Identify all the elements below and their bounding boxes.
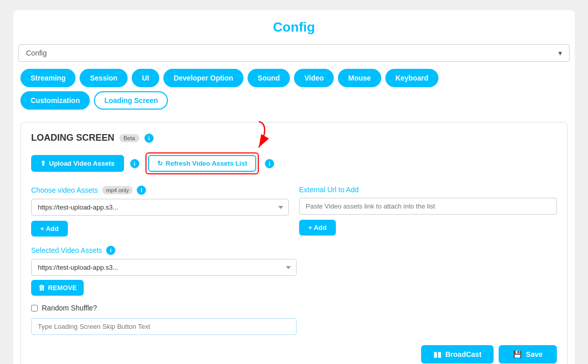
tab-sound[interactable]: Sound (248, 69, 290, 87)
info-icon-upload[interactable]: i (130, 159, 139, 168)
tab-keyboard[interactable]: Keyboard (385, 69, 439, 87)
random-shuffle-label: Random Shuffle? (42, 304, 97, 312)
refresh-highlight: ↻ Refresh Video Assets List (145, 152, 259, 174)
beta-badge: Beta (119, 134, 139, 142)
add-asset-button[interactable]: + Add (31, 221, 68, 237)
config-dropdown[interactable]: Config ▾ (18, 44, 570, 62)
refresh-icon: ↻ (157, 160, 163, 167)
tab-loading-screen[interactable]: Loading Screen (94, 91, 168, 110)
selected-assets-select[interactable]: https://test-upload-app.s3... (31, 259, 297, 276)
broadcast-icon: ▮▮ (433, 350, 442, 358)
add-external-url-button[interactable]: + Add (299, 220, 336, 236)
info-icon-header[interactable]: i (144, 134, 154, 143)
random-shuffle-row: Random Shuffle? (31, 304, 557, 312)
info-icon-refresh[interactable]: i (265, 159, 274, 168)
section-header: LOADING SCREEN Beta i (31, 133, 557, 143)
tab-streaming[interactable]: Streaming (20, 69, 76, 87)
tab-video[interactable]: Video (294, 69, 334, 87)
bottom-actions: ▮▮ BroadCast 💾 Save (31, 345, 557, 363)
upload-icon: ⬆ (40, 160, 46, 167)
tab-ui[interactable]: UI (132, 69, 159, 87)
tab-session[interactable]: Session (80, 69, 128, 87)
refresh-video-assets-button[interactable]: ↻ Refresh Video Assets List (148, 155, 257, 172)
broadcast-button[interactable]: ▮▮ BroadCast (421, 345, 494, 363)
remove-button[interactable]: 🗑 REMOVE (31, 280, 84, 296)
save-icon: 💾 (513, 350, 522, 358)
save-button[interactable]: 💾 Save (499, 345, 557, 363)
tabs-row-2: Customization Loading Screen (13, 87, 575, 117)
choose-assets-select[interactable]: https://test-upload-app.s3... (31, 199, 289, 216)
trash-icon: 🗑 (38, 284, 45, 292)
main-panel: LOADING SCREEN Beta i ⬆ Upload Video Ass… (20, 122, 568, 364)
tab-mouse[interactable]: Mouse (338, 69, 381, 87)
config-dropdown-label: Config (26, 49, 46, 57)
choose-assets-label: Choose video Assets mp4 only i (31, 186, 289, 195)
choose-assets-section: Choose video Assets mp4 only i https://t… (31, 186, 289, 237)
external-url-section: External Url to Add + Add (299, 186, 557, 237)
external-url-input[interactable] (299, 198, 557, 215)
info-icon-assets[interactable]: i (137, 186, 146, 195)
two-col-section: Choose video Assets mp4 only i https://t… (31, 186, 557, 237)
tab-developer-option[interactable]: Developer Option (163, 69, 243, 87)
selected-assets-section: Selected Video Assets i https://test-upl… (31, 246, 557, 296)
upload-video-assets-button[interactable]: ⬆ Upload Video Assets (31, 155, 124, 172)
page-title: Config (13, 10, 575, 44)
skip-button-text-input[interactable] (31, 318, 297, 335)
selected-assets-label: Selected Video Assets i (31, 246, 557, 255)
info-icon-selected[interactable]: i (106, 246, 115, 255)
tabs-row-1: Streaming Session UI Developer Option So… (13, 62, 575, 87)
random-shuffle-checkbox[interactable] (31, 305, 38, 311)
external-url-label: External Url to Add (299, 186, 557, 194)
section-title: LOADING SCREEN (31, 133, 114, 143)
mp4-badge: mp4 only (102, 186, 133, 194)
refresh-container: ↻ Refresh Video Assets List (145, 152, 259, 174)
tab-customization[interactable]: Customization (20, 91, 90, 110)
action-row: ⬆ Upload Video Assets i ↻ (31, 152, 557, 174)
chevron-down-icon: ▾ (558, 49, 562, 57)
